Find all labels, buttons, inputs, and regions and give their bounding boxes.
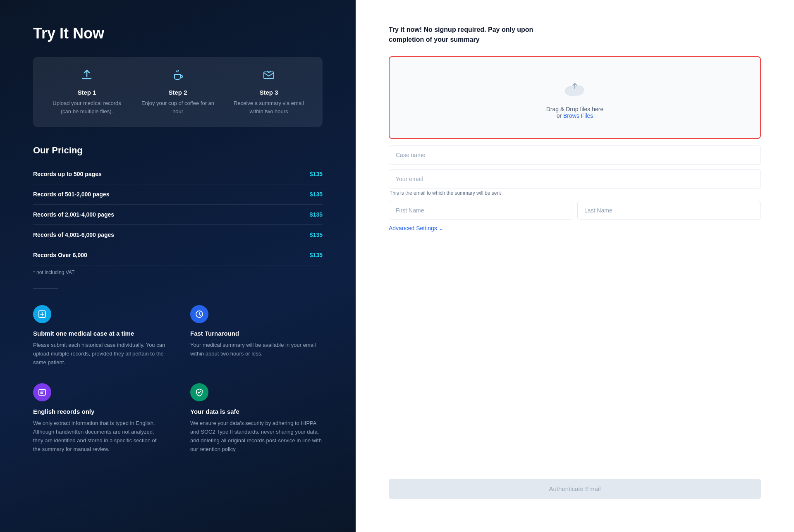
- feature-data-safe: Your data is safe We ensure your data's …: [190, 383, 323, 453]
- pricing-value-3: $135: [310, 211, 323, 218]
- feature-turnaround-title: Fast Turnaround: [190, 330, 323, 337]
- pricing-label-3: Records of 2,001-4,000 pages: [33, 211, 114, 218]
- feature-data-safe-title: Your data is safe: [190, 408, 323, 415]
- feature-english-desc: We only extract information that is type…: [33, 419, 165, 453]
- step-2-desc: Enjoy your cup of coffee for an hour: [139, 99, 217, 115]
- authenticate-email-button[interactable]: Authenticate Email: [389, 479, 761, 499]
- features-grid: Submit one medical case at a time Please…: [33, 305, 323, 454]
- feature-data-safe-desc: We ensure your data's security by adheri…: [190, 419, 323, 453]
- advanced-settings-link[interactable]: Advanced Settings ⌄: [389, 225, 761, 231]
- feature-submit-desc: Please submit each historical case indiv…: [33, 341, 165, 367]
- cloud-upload-icon: [562, 76, 587, 101]
- feature-turnaround-icon: [190, 305, 208, 323]
- email-input[interactable]: [389, 169, 761, 188]
- pricing-row-1: Records up to 500 pages $135: [33, 164, 323, 184]
- pricing-value-4: $135: [310, 231, 323, 238]
- right-headline: Try it now! No signup required. Pay only…: [389, 25, 554, 45]
- left-panel: Try It Now Step 1 Upload your medical re…: [0, 0, 356, 532]
- coffee-icon: [171, 69, 184, 85]
- pricing-label-4: Records of 4,001-6,000 pages: [33, 231, 114, 238]
- pricing-value-2: $135: [310, 191, 323, 198]
- pricing-value-5: $135: [310, 252, 323, 258]
- step-3: Step 3 Receive a summary via email withi…: [223, 69, 314, 115]
- pricing-value-1: $135: [310, 171, 323, 177]
- advanced-settings-label: Advanced Settings: [389, 225, 437, 231]
- pricing-table: Records up to 500 pages $135 Records of …: [33, 164, 323, 265]
- feature-english-title: English records only: [33, 408, 165, 415]
- browse-files-link[interactable]: Brows Files: [563, 112, 593, 119]
- upload-icon: [80, 69, 93, 85]
- feature-submit: Submit one medical case at a time Please…: [33, 305, 165, 367]
- right-panel: Try it now! No signup required. Pay only…: [356, 0, 794, 532]
- feature-data-safe-icon: [190, 383, 208, 401]
- pricing-label-1: Records up to 500 pages: [33, 171, 102, 177]
- step-3-label: Step 3: [259, 89, 278, 96]
- step-1-desc: Upload your medical records (can be mult…: [48, 99, 126, 115]
- pricing-row-4: Records of 4,001-6,000 pages $135: [33, 225, 323, 245]
- upload-area[interactable]: Drag & Drop files here or Brows Files: [389, 56, 761, 139]
- steps-banner: Step 1 Upload your medical records (can …: [33, 57, 323, 127]
- first-name-input[interactable]: [389, 201, 572, 220]
- page-title: Try It Now: [33, 25, 323, 42]
- section-divider: [33, 288, 58, 289]
- pricing-note: * not including VAT: [33, 270, 323, 275]
- feature-english-icon: [33, 383, 51, 401]
- last-name-input[interactable]: [577, 201, 761, 220]
- feature-english: English records only We only extract inf…: [33, 383, 165, 453]
- pricing-row-3: Records of 2,001-4,000 pages $135: [33, 205, 323, 225]
- feature-submit-icon: [33, 305, 51, 323]
- step-2-label: Step 2: [168, 89, 187, 96]
- feature-turnaround-desc: Your medical summary will be available i…: [190, 341, 323, 358]
- name-row: [389, 201, 761, 220]
- pricing-row-2: Records of 501-2,000 pages $135: [33, 184, 323, 205]
- step-3-desc: Receive a summary via email within two h…: [230, 99, 308, 115]
- pricing-row-5: Records Over 6,000 $135: [33, 245, 323, 265]
- step-1-label: Step 1: [77, 89, 96, 96]
- pricing-label-5: Records Over 6,000: [33, 252, 87, 258]
- step-1: Step 1 Upload your medical records (can …: [41, 69, 132, 115]
- case-name-input[interactable]: [389, 146, 761, 165]
- feature-turnaround: Fast Turnaround Your medical summary wil…: [190, 305, 323, 367]
- feature-submit-title: Submit one medical case at a time: [33, 330, 165, 337]
- step-2: Step 2 Enjoy your cup of coffee for an h…: [132, 69, 223, 115]
- chevron-down-icon: ⌄: [439, 225, 444, 231]
- email-icon: [262, 69, 275, 85]
- email-hint: This is the email to which the summary w…: [389, 190, 761, 196]
- pricing-title: Our Pricing: [33, 145, 323, 156]
- upload-drag-text: Drag & Drop files here or Brows Files: [546, 106, 604, 119]
- pricing-label-2: Records of 501-2,000 pages: [33, 191, 109, 198]
